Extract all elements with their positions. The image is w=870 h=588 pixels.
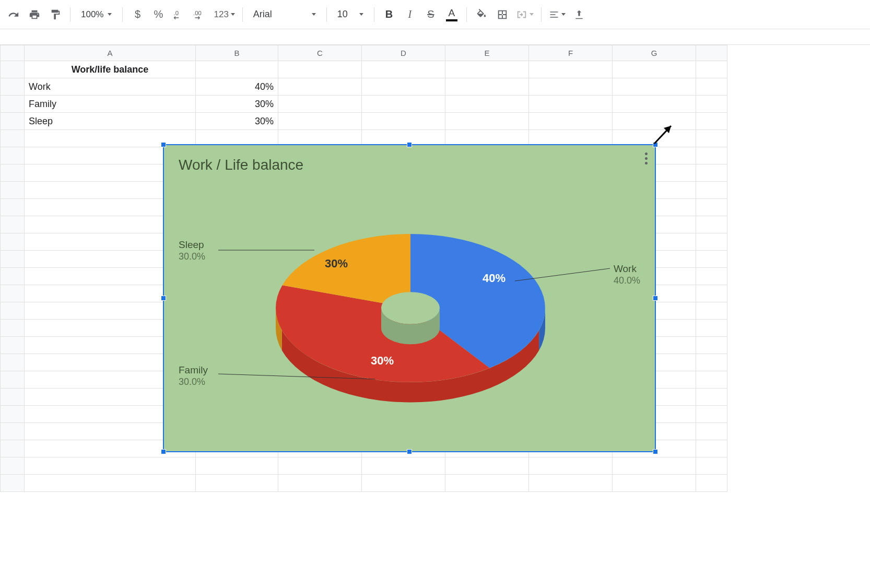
merge-cells-button[interactable]	[514, 5, 536, 24]
cell[interactable]	[696, 320, 727, 337]
embedded-chart[interactable]: Work / Life balance 40% 30% 30% Work	[163, 144, 656, 452]
column-header[interactable]: D	[362, 45, 445, 61]
row-header[interactable]	[1, 164, 25, 182]
chart-options-button[interactable]	[645, 152, 648, 164]
cell[interactable]	[445, 457, 529, 475]
cell[interactable]: Work/life balance	[25, 61, 196, 78]
cell[interactable]	[696, 371, 727, 389]
row-header[interactable]	[1, 354, 25, 371]
increase-decimal-button[interactable]: .00	[191, 5, 209, 24]
currency-format-button[interactable]: $	[128, 5, 147, 24]
cell[interactable]	[529, 78, 613, 96]
row-header[interactable]	[1, 457, 25, 475]
strikethrough-button[interactable]: S	[421, 5, 440, 24]
cell[interactable]	[696, 147, 727, 164]
cell[interactable]	[362, 457, 445, 475]
cell[interactable]	[696, 251, 727, 268]
cell[interactable]	[362, 113, 445, 130]
cell[interactable]	[445, 475, 529, 492]
percent-format-button[interactable]: %	[149, 5, 168, 24]
zoom-select[interactable]: 100%	[76, 9, 117, 20]
resize-handle[interactable]	[653, 296, 658, 301]
resize-handle[interactable]	[407, 449, 412, 454]
cell[interactable]	[696, 268, 727, 285]
cell[interactable]: Work	[25, 78, 196, 96]
cell[interactable]	[696, 182, 727, 199]
cell[interactable]	[613, 61, 696, 78]
bold-button[interactable]: B	[380, 5, 398, 24]
cell[interactable]	[362, 96, 445, 113]
cell[interactable]	[696, 130, 727, 147]
row-header[interactable]	[1, 337, 25, 354]
cell[interactable]: Family	[25, 96, 196, 113]
cell[interactable]	[278, 113, 362, 130]
fill-color-button[interactable]	[472, 5, 491, 24]
row-header[interactable]	[1, 285, 25, 302]
column-header[interactable]: E	[445, 45, 529, 61]
row-header[interactable]	[1, 78, 25, 96]
cell[interactable]	[445, 78, 529, 96]
cell[interactable]	[613, 78, 696, 96]
cell[interactable]	[613, 457, 696, 475]
row-header[interactable]	[1, 96, 25, 113]
cell[interactable]	[529, 61, 613, 78]
cell[interactable]	[445, 61, 529, 78]
row-header[interactable]	[1, 199, 25, 216]
column-header[interactable]: C	[278, 45, 362, 61]
column-header[interactable]	[696, 45, 727, 61]
cell[interactable]: 30%	[196, 113, 278, 130]
row-header[interactable]	[1, 302, 25, 320]
cell[interactable]	[696, 302, 727, 320]
cell[interactable]	[362, 61, 445, 78]
cell[interactable]	[696, 199, 727, 216]
vertical-align-button[interactable]	[570, 5, 589, 24]
print-button[interactable]	[25, 5, 44, 24]
cell[interactable]	[696, 337, 727, 354]
decrease-decimal-button[interactable]: .0	[170, 5, 189, 24]
text-color-button[interactable]: A	[442, 5, 461, 24]
cell[interactable]	[696, 440, 727, 457]
cell[interactable]	[196, 61, 278, 78]
row-header[interactable]	[1, 406, 25, 423]
column-header[interactable]: A	[25, 45, 196, 61]
cell[interactable]	[696, 354, 727, 371]
row-header[interactable]	[1, 61, 25, 78]
column-header[interactable]: F	[529, 45, 613, 61]
cell[interactable]	[696, 96, 727, 113]
redo-button[interactable]	[4, 5, 23, 24]
cell[interactable]	[362, 475, 445, 492]
cell[interactable]	[278, 61, 362, 78]
cell[interactable]	[278, 475, 362, 492]
cell[interactable]	[25, 475, 196, 492]
cell[interactable]	[278, 96, 362, 113]
resize-handle[interactable]	[161, 449, 166, 454]
row-header[interactable]	[1, 233, 25, 251]
row-header[interactable]	[1, 389, 25, 406]
cell[interactable]	[696, 389, 727, 406]
cell[interactable]	[696, 285, 727, 302]
column-header[interactable]: B	[196, 45, 278, 61]
row-header[interactable]	[1, 113, 25, 130]
cell[interactable]	[696, 233, 727, 251]
italic-button[interactable]: I	[401, 5, 419, 24]
cell[interactable]: 40%	[196, 78, 278, 96]
select-all-corner[interactable]	[1, 45, 25, 61]
formula-bar[interactable]	[0, 29, 870, 45]
cell[interactable]	[613, 96, 696, 113]
row-header[interactable]	[1, 182, 25, 199]
column-header[interactable]: G	[613, 45, 696, 61]
resize-handle[interactable]	[161, 142, 166, 147]
cell[interactable]	[278, 457, 362, 475]
cell[interactable]	[529, 475, 613, 492]
row-header[interactable]	[1, 440, 25, 457]
font-size-select[interactable]: 10	[332, 9, 369, 20]
cell[interactable]	[696, 78, 727, 96]
cell[interactable]	[696, 164, 727, 182]
cell[interactable]	[613, 113, 696, 130]
cell[interactable]	[613, 475, 696, 492]
row-header[interactable]	[1, 475, 25, 492]
more-number-formats-button[interactable]: 123	[211, 5, 237, 24]
cell[interactable]	[25, 457, 196, 475]
cell[interactable]	[696, 216, 727, 233]
row-header[interactable]	[1, 423, 25, 440]
